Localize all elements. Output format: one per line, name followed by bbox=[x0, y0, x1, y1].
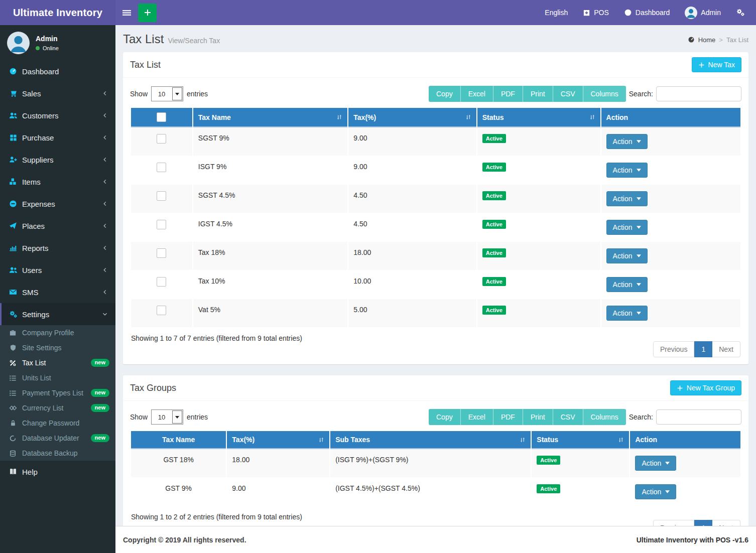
sort-icon bbox=[336, 114, 342, 120]
table-summary: Showing 1 to 7 of 7 entries (filtered fr… bbox=[131, 334, 302, 342]
caret-down-icon bbox=[637, 283, 641, 286]
next-page-button[interactable]: Next bbox=[712, 341, 740, 357]
sidebar-item-units-list[interactable]: Units List bbox=[0, 370, 115, 385]
search-input[interactable] bbox=[656, 86, 741, 101]
tax-percent-cell: 10.00 bbox=[348, 270, 476, 299]
entries-label: entries bbox=[187, 413, 208, 421]
lock-icon bbox=[9, 420, 17, 427]
excel-button[interactable]: Excel bbox=[460, 86, 493, 102]
previous-page-button[interactable]: Previous bbox=[653, 520, 694, 526]
sidebar-item-site-settings[interactable]: Site Settings bbox=[0, 340, 115, 355]
column-header-status[interactable]: Status bbox=[532, 431, 629, 449]
sidebar-item-customers[interactable]: Customers bbox=[0, 104, 115, 126]
sidebar-item-database-backup[interactable]: Database Backup bbox=[0, 446, 115, 461]
print-button[interactable]: Print bbox=[523, 409, 553, 425]
row-checkbox[interactable] bbox=[157, 306, 166, 315]
print-button[interactable]: Print bbox=[523, 86, 553, 102]
sidebar-item-company-profile[interactable]: Company Profile bbox=[0, 325, 115, 340]
sidebar-item-places[interactable]: Places bbox=[0, 215, 115, 237]
sidebar-item-dashboard[interactable]: Dashboard bbox=[0, 60, 115, 82]
select-all-checkbox[interactable] bbox=[157, 112, 166, 122]
row-checkbox[interactable] bbox=[157, 220, 166, 229]
table-row: GST 18% 18.00 (ISGT 9%)+(SGST 9%) Active… bbox=[131, 449, 740, 478]
sort-icon bbox=[589, 114, 595, 120]
page-length-select[interactable]: 10 bbox=[151, 86, 183, 101]
sidebar-item-sales[interactable]: Sales bbox=[0, 82, 115, 104]
column-header-tax-name[interactable]: Tax Name bbox=[193, 108, 348, 127]
column-header-tax-percent[interactable]: Tax(%) bbox=[227, 431, 329, 449]
previous-page-button[interactable]: Previous bbox=[653, 341, 694, 357]
sidebar-item-items[interactable]: Items bbox=[0, 171, 115, 193]
nav-pos[interactable]: POS bbox=[583, 0, 609, 25]
column-header-tax-percent[interactable]: Tax(%) bbox=[348, 108, 476, 127]
sidebar-item-expenses[interactable]: Expenses bbox=[0, 193, 115, 215]
page-number-button[interactable]: 1 bbox=[694, 341, 712, 357]
next-page-button[interactable]: Next bbox=[712, 520, 740, 526]
column-header-status[interactable]: Status bbox=[477, 108, 600, 127]
sidebar-item-tax-list[interactable]: Tax Listnew bbox=[0, 355, 115, 370]
breadcrumb-home[interactable]: Home bbox=[698, 36, 716, 44]
dashboard-icon bbox=[624, 9, 632, 17]
paper-plane-icon bbox=[9, 222, 18, 230]
column-header-sub-taxes[interactable]: Sub Taxes bbox=[330, 431, 531, 449]
row-action-button[interactable]: Action bbox=[606, 220, 648, 235]
sidebar-item-purchase[interactable]: Purchase bbox=[0, 126, 115, 149]
page-subtitle: View/Search Tax bbox=[168, 37, 220, 45]
row-action-button[interactable]: Action bbox=[606, 163, 648, 178]
row-action-button[interactable]: Action bbox=[635, 456, 676, 471]
page-length-select[interactable]: 10 bbox=[151, 409, 183, 425]
tax-name-cell: GST 18% bbox=[131, 449, 226, 478]
nav-settings[interactable] bbox=[736, 0, 745, 25]
sidebar-item-change-password[interactable]: Change Password bbox=[0, 416, 115, 431]
new-tax-group-button[interactable]: New Tax Group bbox=[670, 380, 741, 395]
search-input[interactable] bbox=[656, 409, 741, 425]
row-action-button[interactable]: Action bbox=[606, 191, 648, 206]
row-action-button[interactable]: Action bbox=[606, 248, 648, 263]
chevron-left-icon bbox=[102, 90, 108, 96]
nav-language[interactable]: English bbox=[545, 0, 568, 25]
row-checkbox[interactable] bbox=[157, 191, 166, 201]
chevron-left-icon bbox=[102, 134, 108, 141]
sidebar-item-help[interactable]: Help bbox=[0, 461, 115, 483]
status-badge: Active bbox=[482, 306, 506, 315]
copy-button[interactable]: Copy bbox=[429, 86, 460, 102]
pdf-button[interactable]: PDF bbox=[493, 409, 523, 425]
brand-text: Ultimate Inventory bbox=[13, 7, 102, 19]
nav-dashboard[interactable]: Dashboard bbox=[624, 0, 670, 25]
sidebar-item-sms[interactable]: SMS bbox=[0, 281, 115, 303]
page-title: Tax List bbox=[123, 32, 164, 46]
status-badge: Active bbox=[537, 484, 560, 493]
sidebar-item-currency-list[interactable]: Currency Listnew bbox=[0, 400, 115, 416]
page-number-button[interactable]: 1 bbox=[694, 520, 712, 526]
sidebar-item-settings[interactable]: Settings bbox=[0, 303, 115, 325]
sidebar-user-panel: Admin Online bbox=[0, 25, 115, 60]
app-logo[interactable]: Ultimate Inventory bbox=[0, 0, 115, 25]
nav-user-menu[interactable]: Admin bbox=[685, 0, 721, 25]
row-checkbox[interactable] bbox=[157, 248, 166, 258]
sidebar-item-users[interactable]: Users bbox=[0, 259, 115, 281]
row-checkbox[interactable] bbox=[157, 277, 166, 287]
columns-button[interactable]: Columns bbox=[583, 409, 626, 425]
gears-icon bbox=[736, 8, 745, 17]
row-action-button[interactable]: Action bbox=[606, 134, 648, 149]
row-action-button[interactable]: Action bbox=[606, 277, 648, 292]
sidebar-item-payment-types-list[interactable]: Payment Types Listnew bbox=[0, 385, 115, 400]
sidebar-toggle-button[interactable] bbox=[115, 0, 138, 25]
column-header-tax-name[interactable]: Tax Name bbox=[131, 431, 226, 449]
copy-button[interactable]: Copy bbox=[429, 409, 460, 425]
new-tax-button[interactable]: New Tax bbox=[692, 57, 741, 72]
sidebar-item-reports[interactable]: Reports bbox=[0, 237, 115, 259]
columns-button[interactable]: Columns bbox=[583, 86, 626, 102]
grid-icon bbox=[9, 134, 18, 142]
csv-button[interactable]: CSV bbox=[553, 86, 583, 102]
row-action-button[interactable]: Action bbox=[606, 306, 648, 321]
pdf-button[interactable]: PDF bbox=[493, 86, 523, 102]
quick-add-button[interactable] bbox=[138, 4, 157, 22]
row-action-button[interactable]: Action bbox=[635, 484, 676, 499]
excel-button[interactable]: Excel bbox=[460, 409, 493, 425]
csv-button[interactable]: CSV bbox=[553, 409, 583, 425]
row-checkbox[interactable] bbox=[157, 134, 166, 144]
sidebar-item-database-updater[interactable]: Database Updaternew bbox=[0, 431, 115, 446]
row-checkbox[interactable] bbox=[157, 163, 166, 172]
sidebar-item-suppliers[interactable]: Suppliers bbox=[0, 149, 115, 171]
